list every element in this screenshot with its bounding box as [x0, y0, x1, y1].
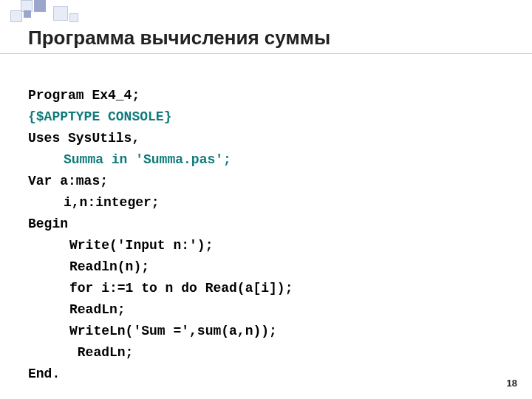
code-line: End. [28, 366, 60, 381]
code-line: ReadLn; [28, 342, 133, 364]
code-line: {$APPTYPE CONSOLE} [28, 109, 171, 124]
slide-title: Программа вычисления суммы [28, 27, 330, 50]
code-line: Program Ex4_4; [28, 88, 140, 103]
code-line: Uses SysUtils, [28, 131, 140, 146]
code-line: WriteLn('Sum =',sum(a,n)); [28, 321, 277, 342]
code-line: Summa in 'Summa.pas'; [28, 149, 231, 171]
code-line: ReadLn; [28, 299, 126, 321]
title-rule [0, 53, 532, 54]
code-line: Readln(n); [28, 256, 149, 278]
code-line: Var a:mas; [28, 174, 108, 188]
code-line: i,n:integer; [28, 192, 160, 214]
code-block: Program Ex4_4; {$APPTYPE CONSOLE} Uses S… [28, 64, 293, 385]
code-line: for i:=1 to n do Read(a[i]); [28, 278, 293, 299]
code-line: Write('Input n:'); [28, 235, 213, 256]
corner-decoration [0, 0, 81, 27]
page-number: 18 [507, 378, 517, 389]
code-line: Begin [28, 216, 68, 231]
